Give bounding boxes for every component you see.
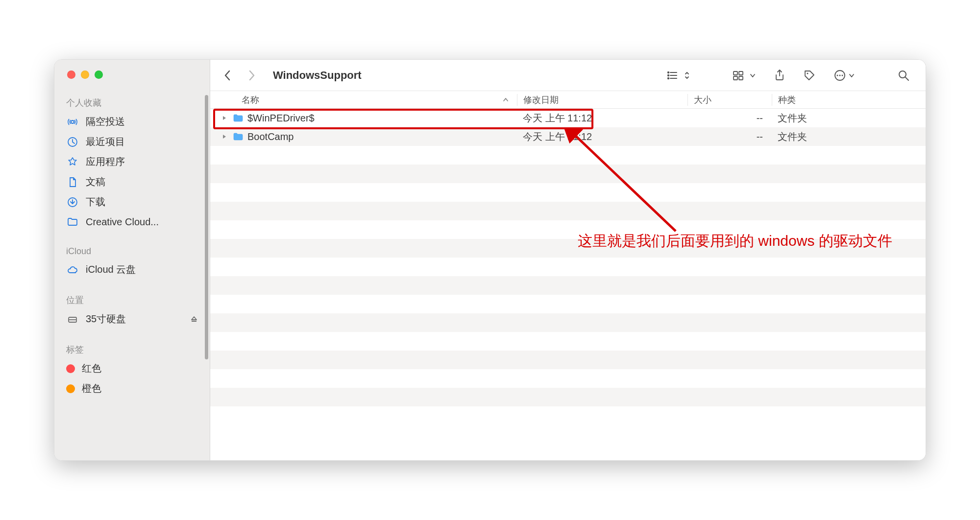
sidebar-item-disk[interactable]: 35寸硬盘	[54, 309, 210, 329]
empty-row	[210, 202, 926, 220]
empty-row	[210, 369, 926, 388]
minimize-window-button[interactable]	[81, 71, 89, 79]
file-name: BootCamp	[247, 131, 294, 142]
sidebar-item-folder[interactable]: Creative Cloud...	[54, 212, 210, 232]
empty-row	[210, 276, 926, 295]
svg-point-8	[668, 71, 669, 72]
folder-icon	[233, 114, 244, 122]
svg-point-17	[837, 74, 838, 76]
sidebar-scrollbar[interactable]	[205, 95, 208, 359]
close-window-button[interactable]	[67, 71, 75, 79]
sidebar-section-favorites: 个人收藏	[54, 91, 210, 112]
sidebar-item-apps[interactable]: 应用程序	[54, 152, 210, 172]
svg-rect-13	[734, 76, 737, 80]
svg-rect-11	[734, 71, 737, 75]
empty-row	[210, 220, 926, 239]
group-by-button[interactable]	[728, 70, 761, 81]
view-list-button[interactable]	[662, 70, 695, 81]
empty-row	[210, 313, 926, 332]
back-button[interactable]	[219, 70, 236, 81]
share-button[interactable]	[769, 69, 790, 82]
empty-row	[210, 351, 926, 369]
empty-row	[210, 146, 926, 165]
empty-row	[210, 183, 926, 202]
column-date[interactable]: 修改日期	[517, 94, 687, 106]
sidebar-item-recent[interactable]: 最近项目	[54, 132, 210, 152]
traffic-lights	[54, 60, 210, 91]
folder-icon	[66, 215, 79, 228]
sidebar-section-locations: 位置	[54, 288, 210, 309]
sidebar-tag[interactable]: 橙色	[54, 378, 210, 399]
main-panel: WindowsSupport	[210, 60, 926, 460]
file-row[interactable]: $WinPEDriver$ 今天 上午 11:12 -- 文件夹	[210, 109, 926, 127]
column-name-label: 名称	[242, 94, 259, 106]
column-headers: 名称 修改日期 大小 种类	[210, 91, 926, 109]
file-kind: 文件夹	[772, 112, 926, 125]
svg-point-18	[839, 74, 841, 76]
cloud-icon	[66, 263, 79, 276]
column-name[interactable]: 名称	[210, 94, 517, 106]
file-date: 今天 上午 11:12	[517, 130, 687, 143]
folder-icon	[233, 132, 244, 141]
empty-row	[210, 406, 926, 425]
airdrop-icon	[66, 116, 79, 128]
tag-dot-icon	[66, 364, 75, 373]
disclosure-triangle-icon[interactable]	[222, 115, 229, 121]
sidebar-item-label: 隔空投送	[86, 115, 125, 128]
file-list: $WinPEDriver$ 今天 上午 11:12 -- 文件夹 BootCam…	[210, 109, 926, 460]
svg-line-21	[906, 77, 908, 80]
disk-icon	[66, 313, 79, 326]
sidebar-item-icloud-drive[interactable]: iCloud 云盘	[54, 260, 210, 280]
sidebar-section-icloud: iCloud	[54, 240, 210, 260]
column-kind[interactable]: 种类	[772, 94, 926, 106]
sidebar-item-label: 下载	[86, 195, 105, 209]
sidebar-item-download[interactable]: 下载	[54, 192, 210, 212]
search-button[interactable]	[892, 69, 915, 82]
empty-row	[210, 295, 926, 313]
zoom-window-button[interactable]	[95, 71, 103, 79]
sidebar-tag[interactable]: 红色	[54, 358, 210, 378]
svg-rect-14	[739, 76, 743, 80]
svg-rect-12	[739, 71, 743, 75]
svg-point-0	[71, 120, 74, 123]
empty-row	[210, 388, 926, 406]
svg-point-20	[899, 71, 906, 78]
sidebar-item-docs[interactable]: 文稿	[54, 172, 210, 192]
sidebar-item-label: iCloud 云盘	[86, 263, 136, 276]
svg-point-9	[668, 74, 669, 75]
sidebar-item-label: 应用程序	[86, 155, 125, 168]
sidebar-item-label: Creative Cloud...	[86, 216, 159, 228]
window-title: WindowsSupport	[273, 69, 362, 82]
svg-point-10	[668, 77, 669, 78]
finder-window: 个人收藏 隔空投送最近项目应用程序文稿下载Creative Cloud... i…	[54, 59, 926, 461]
file-size: --	[687, 131, 772, 142]
tag-dot-icon	[66, 384, 75, 393]
svg-point-15	[807, 72, 808, 74]
sidebar-item-airdrop[interactable]: 隔空投送	[54, 112, 210, 132]
file-kind: 文件夹	[772, 130, 926, 143]
file-name: $WinPEDriver$	[247, 113, 315, 124]
file-size: --	[687, 113, 772, 124]
sidebar-item-label: 文稿	[86, 175, 105, 189]
forward-button[interactable]	[244, 70, 260, 81]
empty-row	[210, 332, 926, 351]
download-icon	[66, 196, 79, 209]
sidebar: 个人收藏 隔空投送最近项目应用程序文稿下载Creative Cloud... i…	[54, 60, 210, 460]
eject-icon[interactable]	[190, 315, 198, 323]
sidebar-section-tags: 标签	[54, 338, 210, 358]
action-menu-button[interactable]	[829, 69, 860, 82]
sidebar-item-label: 35寸硬盘	[86, 312, 126, 326]
column-size[interactable]: 大小	[687, 94, 772, 106]
file-row[interactable]: BootCamp 今天 上午 11:12 -- 文件夹	[210, 127, 926, 146]
apps-icon	[66, 156, 79, 168]
empty-row	[210, 165, 926, 183]
sidebar-item-label: 红色	[82, 362, 101, 375]
disclosure-triangle-icon[interactable]	[222, 134, 229, 140]
sidebar-item-label: 橙色	[82, 382, 101, 395]
docs-icon	[66, 176, 79, 189]
empty-row	[210, 239, 926, 258]
empty-row	[210, 258, 926, 276]
sort-ascending-icon	[502, 96, 509, 103]
tag-button[interactable]	[798, 69, 821, 82]
toolbar: WindowsSupport	[210, 60, 926, 91]
